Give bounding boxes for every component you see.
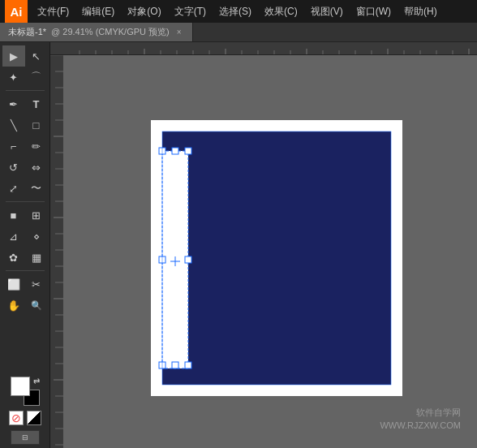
selection-tool[interactable]: ▶	[2, 45, 25, 67]
tool-separator-2	[6, 201, 45, 202]
menu-help[interactable]: 帮助(H)	[398, 0, 444, 23]
handle-mid-left	[159, 256, 165, 263]
magic-wand-tool[interactable]: ✦	[2, 67, 25, 88]
main-layout: ▶ ↖ ✦ ⌒ ✒ T ╲ □ ⌐ ✏ ↺ ⇔ ⤢ 〜 ■	[0, 42, 477, 448]
artboard-fill	[162, 131, 391, 385]
blend-tool[interactable]: ⋄	[25, 226, 48, 247]
handle-top-mid	[172, 148, 178, 154]
selection-handles	[162, 151, 188, 368]
menu-object[interactable]: 对象(O)	[121, 0, 167, 23]
color-mode-icon[interactable]	[27, 411, 41, 425]
warp-tool[interactable]: 〜	[25, 178, 48, 199]
screen-mode-button[interactable]: ⊟	[11, 430, 40, 445]
scale-tool[interactable]: ⤢	[2, 178, 25, 199]
eyedropper-tool[interactable]: ⊿	[2, 226, 25, 247]
menu-view[interactable]: 视图(V)	[304, 0, 350, 23]
ruler-left	[50, 55, 63, 448]
paintbrush-tool[interactable]: ⌐	[2, 136, 25, 157]
selected-object[interactable]	[162, 151, 188, 368]
zoom-tool[interactable]: 🔍	[25, 295, 48, 316]
direct-selection-tool[interactable]: ↖	[25, 45, 48, 67]
toolbar: ▶ ↖ ✦ ⌒ ✒ T ╲ □ ⌐ ✏ ↺ ⇔ ⤢ 〜 ■	[0, 42, 50, 448]
tool-separator-3	[6, 270, 45, 271]
app-logo: Ai	[5, 0, 28, 23]
canvas-area[interactable]: 软件自学网 WWW.RJZXW.COM	[50, 42, 477, 448]
ruler-top	[50, 42, 477, 55]
swap-colors-icon[interactable]: ⇄	[33, 377, 40, 386]
handle-mid-right	[185, 256, 191, 263]
menu-edit[interactable]: 编辑(E)	[75, 0, 121, 23]
menu-text[interactable]: 文字(T)	[168, 0, 213, 23]
tab-close-button[interactable]: ×	[174, 28, 184, 37]
hand-tool[interactable]: ✋	[2, 295, 25, 316]
artboard-container	[76, 68, 477, 448]
handle-bottom-right	[185, 362, 191, 368]
handle-top-left	[159, 148, 165, 154]
pencil-tool[interactable]: ✏	[25, 136, 48, 157]
mirror-tool[interactable]: ⇔	[25, 157, 48, 178]
gradient-tool[interactable]: ■	[2, 205, 25, 226]
lasso-tool[interactable]: ⌒	[25, 67, 48, 88]
artboard-tool[interactable]: ⬜	[2, 274, 25, 295]
symbol-tool[interactable]: ✿	[2, 247, 25, 268]
tab-title: 未标题-1*	[8, 26, 46, 38]
pen-tool[interactable]: ✒	[2, 93, 25, 114]
none-fill-icon[interactable]: ⊘	[9, 411, 24, 425]
handle-bottom-mid	[172, 362, 178, 368]
tab-bar: 未标题-1* @ 29.41% (CMYK/GPU 预览) ×	[0, 23, 477, 42]
rectangle-tool[interactable]: □	[25, 114, 48, 136]
fill-swatch[interactable]	[11, 377, 30, 396]
type-tool[interactable]: T	[25, 93, 48, 114]
menu-bar: 文件(F) 编辑(E) 对象(O) 文字(T) 选择(S) 效果(C) 视图(V…	[31, 0, 472, 23]
tab-info: @ 29.41% (CMYK/GPU 预览)	[51, 26, 170, 38]
line-tool[interactable]: ╲	[2, 114, 25, 136]
menu-select[interactable]: 选择(S)	[213, 0, 258, 23]
title-bar: Ai 文件(F) 编辑(E) 对象(O) 文字(T) 选择(S) 效果(C) 视…	[0, 0, 477, 23]
slice-tool[interactable]: ✂	[25, 274, 48, 295]
menu-effect[interactable]: 效果(C)	[258, 0, 304, 23]
artboard[interactable]	[151, 120, 402, 396]
handle-top-right	[185, 148, 191, 154]
menu-file[interactable]: 文件(F)	[31, 0, 75, 23]
column-graph-tool[interactable]: ▦	[25, 247, 48, 268]
tab-active[interactable]: 未标题-1* @ 29.41% (CMYK/GPU 预览) ×	[0, 23, 193, 41]
handle-bottom-left	[159, 362, 165, 368]
rotate-tool[interactable]: ↺	[2, 157, 25, 178]
color-swatches: ⇄ ⊘ ⊟	[6, 373, 45, 448]
menu-window[interactable]: 窗口(W)	[350, 0, 398, 23]
mesh-tool[interactable]: ⊞	[25, 205, 48, 226]
tool-separator-1	[6, 90, 45, 91]
